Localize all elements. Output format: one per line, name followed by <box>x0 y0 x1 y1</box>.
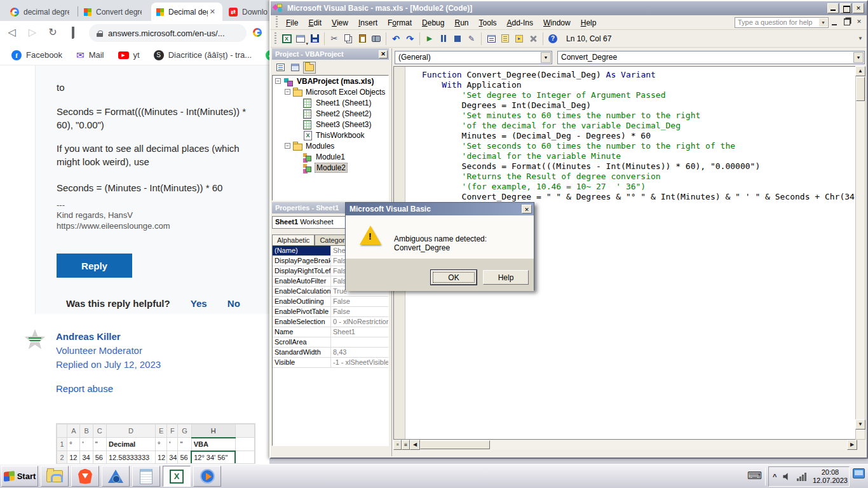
view-object-button[interactable] <box>288 62 301 74</box>
google-account-icon[interactable] <box>253 28 262 37</box>
expand-toggle-icon[interactable]: − <box>285 143 290 149</box>
tree-item-label[interactable]: Sheet3 (Sheet3) <box>315 120 372 129</box>
property-row[interactable]: EnablePivotTableFalse <box>273 307 388 317</box>
toolbox-icon[interactable] <box>527 32 539 45</box>
menu-window[interactable]: Window <box>538 17 576 29</box>
ok-button[interactable]: OK <box>431 270 477 285</box>
scroll-thumb[interactable] <box>856 77 865 101</box>
tree-item[interactable]: −Modules <box>273 140 388 151</box>
property-row[interactable]: StandardWidth8,43 <box>273 348 388 358</box>
tree-item-label[interactable]: Module1 <box>315 152 346 161</box>
help-search-box[interactable]: Type a question for help▼ <box>735 17 829 28</box>
vertical-scrollbar[interactable]: ▲ ▼ <box>855 66 865 440</box>
report-abuse-link[interactable]: Report abuse <box>56 383 113 394</box>
view-microsoft-excel-icon[interactable]: X <box>280 32 293 45</box>
full-module-view-button[interactable]: ≣ <box>402 440 410 450</box>
back-icon[interactable]: ◁ <box>5 26 19 38</box>
scroll-thumb[interactable] <box>420 440 490 449</box>
bookmark-item[interactable]: SDiacritice (ăâîșț) - tra... <box>154 50 252 60</box>
property-value[interactable]: -1 - xlSheetVisible <box>331 358 388 367</box>
hide-icons-chevron[interactable]: ^ <box>773 473 776 480</box>
menu-file[interactable]: File <box>281 17 303 29</box>
keyboard-layout-icon[interactable]: ⌨ <box>747 470 762 482</box>
help-button[interactable]: Help <box>483 270 529 285</box>
property-row[interactable]: NameSheet1 <box>273 327 388 337</box>
bookmark-item[interactable]: fFacebook <box>11 50 62 60</box>
folder-taskbar-button[interactable] <box>41 466 69 487</box>
menu-debug[interactable]: Debug <box>417 17 449 29</box>
start-button[interactable]: Start <box>1 466 38 487</box>
chevron-down-icon[interactable]: ▼ <box>819 18 827 27</box>
tree-item[interactable]: Module2 <box>273 162 388 173</box>
dialog-close-icon[interactable]: ✕ <box>522 205 532 214</box>
browser-tab[interactable]: ⇄Downlo <box>224 3 273 21</box>
menu-tools[interactable]: Tools <box>474 17 502 29</box>
property-row[interactable]: EnableSelection0 - xlNoRestrictions <box>273 317 388 327</box>
find-icon[interactable] <box>370 32 383 45</box>
tree-item[interactable]: −Microsoft Excel Objects <box>273 86 388 97</box>
view-code-button[interactable] <box>274 62 287 74</box>
tree-item-label[interactable]: Microsoft Excel Objects <box>304 88 386 97</box>
address-bar[interactable]: answers.microsoft.com/en-us/... <box>89 24 247 42</box>
toolbar-grip[interactable] <box>275 32 276 45</box>
menu-edit[interactable]: Edit <box>303 17 327 29</box>
tree-item[interactable]: Sheet3 (Sheet3) <box>273 119 388 130</box>
insert-userform-icon[interactable] <box>294 32 307 45</box>
menu-help[interactable]: Help <box>576 17 602 29</box>
help-icon[interactable]: ? <box>546 32 559 45</box>
menu-run[interactable]: Run <box>449 17 473 29</box>
object-dropdown[interactable]: (General)▼ <box>395 51 552 64</box>
reply-button[interactable]: Reply <box>57 254 132 278</box>
close-button[interactable]: ✕ <box>853 3 864 13</box>
menu-format[interactable]: Format <box>383 17 417 29</box>
bookmark-item[interactable]: ▶yt <box>118 50 140 60</box>
clock[interactable]: 20:08 12.07.2023 <box>811 468 849 485</box>
copy-icon[interactable] <box>342 32 355 45</box>
notepad-taskbar-button[interactable] <box>132 466 160 487</box>
properties-window-icon[interactable] <box>499 32 512 45</box>
object-browser-icon[interactable]: ▸ <box>513 32 526 45</box>
menu-addins[interactable]: Add-Ins <box>502 17 538 29</box>
chevron-down-icon[interactable]: ▼ <box>853 52 864 63</box>
expand-toggle-icon[interactable]: − <box>275 78 281 84</box>
scroll-left-icon[interactable]: ◀ <box>410 440 420 450</box>
procedure-view-button[interactable]: ≡ <box>393 440 402 450</box>
tab-alphabetic[interactable]: Alphabetic <box>272 234 315 246</box>
tree-item[interactable]: −VBAProject (mas.xls) <box>273 76 388 86</box>
excel-taskbar-button[interactable]: X <box>163 466 191 487</box>
tree-item[interactable]: Module1 <box>273 151 388 162</box>
code-text[interactable]: Function Convert_Degree(Decimal_Deg) As … <box>422 70 855 202</box>
tree-item-label[interactable]: Modules <box>304 142 336 151</box>
toolbar-overflow-icon[interactable]: ▼ <box>858 36 865 41</box>
paste-icon[interactable] <box>356 32 369 45</box>
scroll-down-icon[interactable]: ▼ <box>855 419 865 430</box>
procedure-dropdown[interactable]: Convert_Degree▼ <box>557 51 865 64</box>
undo-icon[interactable]: ↶ <box>390 32 402 45</box>
tree-item[interactable]: Sheet2 (Sheet2) <box>273 108 388 119</box>
reset-icon[interactable] <box>451 32 464 45</box>
brave-taskbar-button[interactable] <box>71 466 99 487</box>
helpful-no-link[interactable]: No <box>227 298 240 309</box>
property-value[interactable]: 0 - xlNoRestrictions <box>331 317 388 327</box>
wmp-taskbar-button[interactable] <box>193 466 221 487</box>
bookmark-icon[interactable] <box>66 28 80 39</box>
browser-tab[interactable]: decimal degrees <box>5 3 78 21</box>
signature-url[interactable]: https://www.eileenslounge.com <box>57 221 170 231</box>
menu-view[interactable]: View <box>327 17 353 29</box>
maximize-button[interactable] <box>840 3 851 13</box>
chevron-down-icon[interactable]: ▼ <box>541 52 551 63</box>
project-explorer-icon[interactable] <box>485 32 498 45</box>
browser-tab[interactable]: Convert degrees <box>79 3 150 21</box>
cut-icon[interactable]: ✂ <box>328 32 341 45</box>
design-mode-icon[interactable]: ✎ <box>465 32 478 45</box>
volume-icon[interactable] <box>783 473 790 481</box>
menu-insert[interactable]: Insert <box>353 17 383 29</box>
tree-item-label[interactable]: Sheet1 (Sheet1) <box>315 98 372 107</box>
author-name-link[interactable]: Andreas Killer <box>56 331 121 342</box>
tree-item[interactable]: Sheet1 (Sheet1) <box>273 97 388 108</box>
url-text[interactable]: answers.microsoft.com/en-us/... <box>108 29 225 38</box>
property-value[interactable]: Sheet1 <box>331 327 388 337</box>
break-icon[interactable] <box>437 32 450 45</box>
horizontal-scrollbar[interactable]: ≡ ≣ ◀ ▶ <box>393 440 857 450</box>
network-signal-icon[interactable] <box>797 473 806 481</box>
